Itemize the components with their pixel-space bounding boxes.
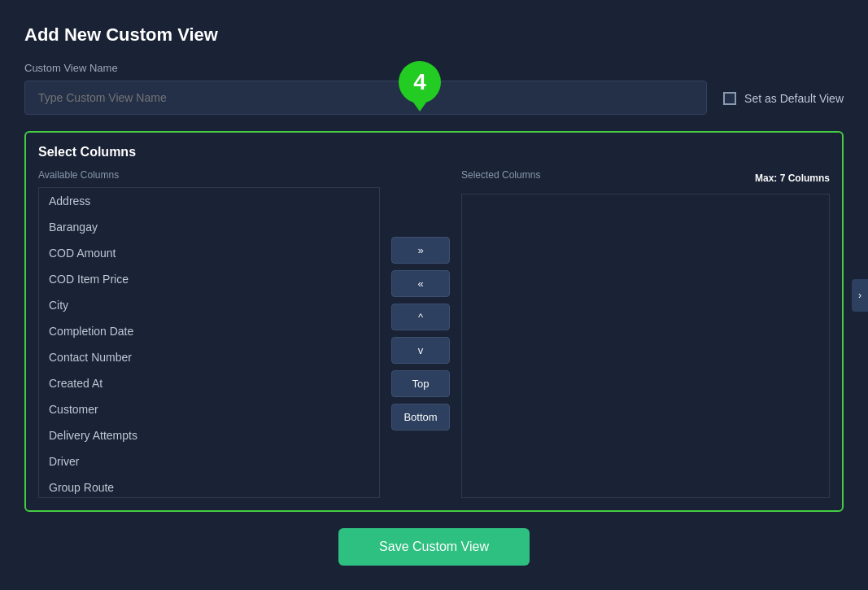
selected-header: Selected Columns Max: 7 Columns <box>461 169 830 187</box>
remove-columns-button[interactable]: « <box>391 270 450 297</box>
default-view-group: Set as Default View <box>723 92 844 115</box>
list-item[interactable]: Barangay <box>39 214 379 240</box>
list-item[interactable]: Group Route <box>39 474 379 498</box>
max-columns-label: Max: 7 Columns <box>755 173 830 184</box>
move-top-button[interactable]: Top <box>391 370 450 397</box>
list-item[interactable]: Delivery Attempts <box>39 422 379 448</box>
modal-title: Add New Custom View <box>24 24 844 46</box>
list-item[interactable]: Contact Number <box>39 344 379 370</box>
list-item[interactable]: Completion Date <box>39 318 379 344</box>
selected-columns-header: Selected Columns <box>461 169 540 181</box>
save-custom-view-button[interactable]: Save Custom View <box>338 528 530 566</box>
available-columns-section: Available Columns AddressBarangayCOD Amo… <box>38 169 380 498</box>
default-view-label: Set as Default View <box>744 92 844 105</box>
selected-columns-section: Selected Columns Max: 7 Columns <box>461 169 830 498</box>
badge-number: 4 <box>399 61 441 103</box>
add-columns-button[interactable]: » <box>391 237 450 264</box>
controls-section: » « ^ v Top Bottom <box>380 169 461 498</box>
available-columns-header: Available Columns <box>38 169 380 181</box>
selected-columns-list[interactable] <box>461 194 830 498</box>
custom-view-label: Custom View Name <box>24 62 707 74</box>
move-up-button[interactable]: ^ <box>391 304 450 330</box>
default-view-checkbox[interactable] <box>723 92 736 105</box>
list-item[interactable]: City <box>39 292 379 318</box>
list-item[interactable]: Created At <box>39 370 379 396</box>
list-item[interactable]: COD Item Price <box>39 266 379 292</box>
select-columns-title: Select Columns <box>38 145 830 160</box>
input-group: Custom View Name <box>24 62 707 115</box>
move-down-button[interactable]: v <box>391 337 450 364</box>
chevron-right-icon: › <box>858 290 861 301</box>
select-columns-box: Select Columns Available Columns Address… <box>24 131 844 512</box>
custom-view-input[interactable] <box>24 81 707 115</box>
badge-tooltip: 4 <box>399 61 441 111</box>
side-expand-arrow[interactable]: › <box>852 279 868 312</box>
columns-layout: Available Columns AddressBarangayCOD Amo… <box>38 169 830 498</box>
list-item[interactable]: COD Amount <box>39 240 379 266</box>
list-item[interactable]: Customer <box>39 396 379 422</box>
list-item[interactable]: Address <box>39 188 379 214</box>
list-item[interactable]: Driver <box>39 448 379 474</box>
available-columns-list[interactable]: AddressBarangayCOD AmountCOD Item PriceC… <box>38 187 380 498</box>
badge-pin: 4 <box>399 61 441 111</box>
move-bottom-button[interactable]: Bottom <box>391 404 450 430</box>
save-section: Save Custom View <box>24 512 844 574</box>
